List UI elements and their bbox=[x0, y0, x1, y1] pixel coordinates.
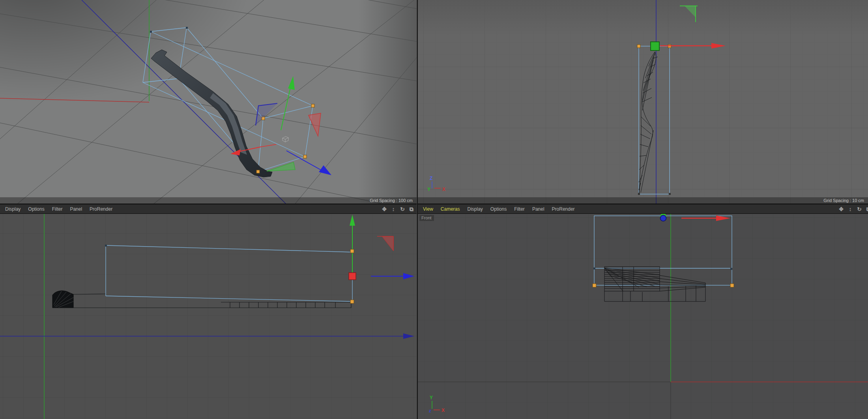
gizmo-z-handle bbox=[660, 215, 666, 221]
menu-filter[interactable]: Filter bbox=[514, 206, 525, 212]
grid bbox=[418, 214, 868, 419]
pan-icon[interactable]: ✥ bbox=[381, 206, 387, 212]
menu-display[interactable]: Display bbox=[5, 206, 21, 212]
world-x-axis-line bbox=[0, 98, 149, 102]
quad-viewport-workspace: Grid Spacing : 100 cm bbox=[0, 0, 868, 419]
axis-label-up: Y bbox=[430, 395, 433, 400]
vertex-dot bbox=[105, 245, 107, 247]
rotate-icon[interactable]: ↻ bbox=[856, 206, 862, 212]
grid-spacing-label: Grid Spacing : 100 cm bbox=[0, 197, 417, 204]
gizmo-z-arrowhead bbox=[319, 165, 331, 175]
viewport-controls: ✥ ↕ ↻ ⧉ bbox=[838, 206, 868, 212]
gizmo-y-arrowhead bbox=[288, 76, 295, 90]
viewport-controls: ✥ ↕ ↻ ⧉ bbox=[381, 206, 417, 212]
viewport-divider[interactable] bbox=[417, 0, 418, 419]
menu-panel[interactable]: Panel bbox=[532, 206, 544, 212]
menu-display[interactable]: Display bbox=[467, 206, 483, 212]
menu-cameras[interactable]: Cameras bbox=[441, 206, 460, 212]
gizmo-xz-plane-handle bbox=[309, 113, 321, 136]
gizmo-xy-plane-handle bbox=[256, 103, 277, 125]
view-label: Front bbox=[419, 215, 434, 221]
axis-label-right: X bbox=[442, 187, 445, 192]
viewport-perspective[interactable]: Grid Spacing : 100 cm bbox=[0, 0, 417, 204]
dolly-icon[interactable]: ↕ bbox=[390, 206, 397, 212]
rotate-icon[interactable]: ↻ bbox=[399, 206, 406, 212]
axis-label-up: Z bbox=[430, 176, 432, 181]
maximize-icon[interactable]: ⧉ bbox=[865, 206, 868, 212]
dolly-icon[interactable]: ↕ bbox=[847, 206, 853, 212]
viewport-menubar-side: Display Options Filter Panel ProRender ✥… bbox=[0, 204, 417, 214]
menu-panel[interactable]: Panel bbox=[70, 206, 82, 212]
front-view-canvas[interactable]: Y Z X bbox=[418, 214, 868, 419]
top-view-canvas[interactable]: Z Y X bbox=[418, 0, 868, 204]
gizmo-active-handle[interactable] bbox=[651, 42, 659, 51]
viewport-menubar-front: View Cameras Display Options Filter Pane… bbox=[418, 204, 868, 214]
menu-items: View Cameras Display Options Filter Pane… bbox=[418, 206, 575, 212]
grid bbox=[0, 214, 417, 419]
menu-prorender[interactable]: ProRender bbox=[90, 206, 112, 212]
grid-spacing-label: Grid Spacing : 10 cm bbox=[418, 197, 868, 204]
menu-items: Display Options Filter Panel ProRender bbox=[0, 206, 112, 212]
gizmo-yz-plane-handle bbox=[267, 162, 295, 171]
axis-label-origin: Z bbox=[429, 409, 431, 413]
menu-filter[interactable]: Filter bbox=[52, 206, 63, 212]
axis-label-right: X bbox=[441, 408, 445, 413]
menu-options[interactable]: Options bbox=[490, 206, 507, 212]
gizmo-x-handle bbox=[349, 273, 356, 280]
menu-prorender[interactable]: ProRender bbox=[552, 206, 575, 212]
world-axes bbox=[0, 0, 286, 204]
side-view-canvas[interactable] bbox=[0, 214, 417, 419]
axis-label-origin: Y bbox=[427, 187, 430, 192]
axis-center-cube bbox=[282, 137, 288, 142]
model-object[interactable] bbox=[151, 50, 272, 177]
viewport-front[interactable]: Y Z X Front bbox=[418, 214, 868, 419]
perspective-canvas[interactable] bbox=[0, 0, 417, 204]
viewport-side[interactable] bbox=[0, 214, 417, 419]
maximize-icon[interactable]: ⧉ bbox=[408, 206, 415, 212]
pan-icon[interactable]: ✥ bbox=[838, 206, 844, 212]
menu-view[interactable]: View bbox=[423, 206, 433, 212]
viewport-top[interactable]: Z Y X Grid Spacing : 10 cm bbox=[418, 0, 868, 204]
menu-options[interactable]: Options bbox=[28, 206, 44, 212]
